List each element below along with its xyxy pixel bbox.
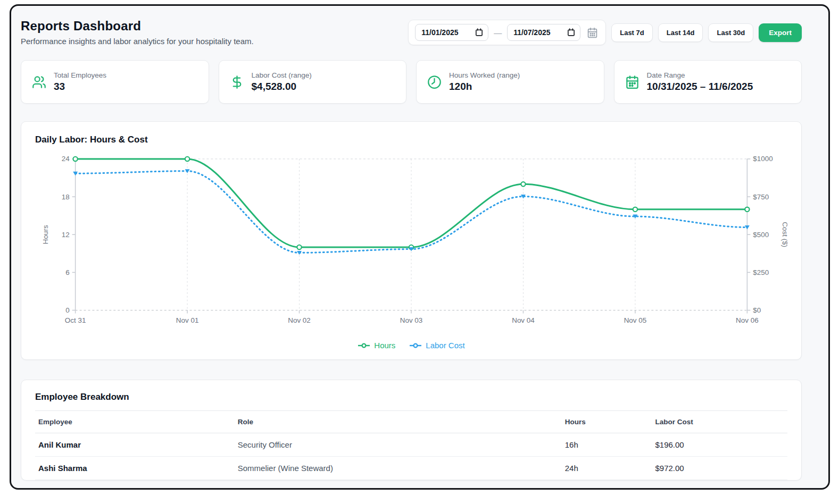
date-picker-icon[interactable] bbox=[567, 28, 576, 37]
page-title: Reports Dashboard bbox=[21, 19, 254, 33]
export-button[interactable]: Export bbox=[759, 23, 802, 42]
start-date-field bbox=[415, 24, 488, 41]
stat-card-total-employees: Total Employees 33 bbox=[21, 60, 209, 104]
chart-legend: HoursLabor Cost bbox=[35, 341, 787, 352]
svg-text:Cost ($): Cost ($) bbox=[781, 222, 787, 247]
svg-text:18: 18 bbox=[62, 193, 70, 201]
calendar-days-icon bbox=[587, 27, 598, 38]
hours-cell: 16h bbox=[562, 433, 652, 457]
employee-cell: Anil Kumar bbox=[35, 433, 235, 457]
last-14d-button[interactable]: Last 14d bbox=[658, 23, 703, 42]
page-subtitle: Performance insights and labor analytics… bbox=[21, 37, 254, 46]
gridlines bbox=[76, 159, 747, 310]
last-30d-button[interactable]: Last 30d bbox=[708, 23, 753, 42]
employee-breakdown-card: Employee Breakdown Employee Role Hours L… bbox=[21, 380, 802, 481]
stats-row: Total Employees 33 Labor Cost (range) $4… bbox=[21, 60, 802, 104]
line-chart: 06121824Hours$0$250$500$750$1000Cost ($)… bbox=[35, 152, 787, 340]
stat-card-date-range: Date Range 10/31/2025 – 11/6/2025 bbox=[614, 60, 802, 104]
chart-title: Daily Labor: Hours & Cost bbox=[35, 135, 787, 145]
stat-value: 33 bbox=[54, 81, 106, 93]
app-window: Reports Dashboard Performance insights a… bbox=[10, 4, 830, 490]
calendar-button[interactable] bbox=[586, 26, 599, 39]
svg-text:Nov 06: Nov 06 bbox=[736, 316, 759, 324]
stat-label: Labor Cost (range) bbox=[252, 71, 312, 79]
svg-text:$1000: $1000 bbox=[753, 155, 772, 163]
column-header-employee: Employee bbox=[35, 411, 235, 433]
svg-text:Nov 02: Nov 02 bbox=[288, 316, 311, 324]
svg-text:Hours: Hours bbox=[41, 225, 49, 244]
role-cell: Sommelier (Wine Steward) bbox=[235, 457, 562, 480]
role-cell: Security Officer bbox=[235, 433, 562, 457]
stat-card-hours-worked: Hours Worked (range) 120h bbox=[416, 60, 604, 104]
svg-text:Nov 04: Nov 04 bbox=[512, 316, 535, 324]
legend-marker-icon bbox=[358, 342, 370, 349]
svg-text:$500: $500 bbox=[753, 231, 769, 239]
legend-label: Labor Cost bbox=[426, 341, 464, 350]
svg-text:Oct 31: Oct 31 bbox=[65, 316, 86, 324]
stat-label: Hours Worked (range) bbox=[449, 71, 520, 79]
table-header-row: Employee Role Hours Labor Cost bbox=[35, 411, 787, 433]
stat-value: $4,528.00 bbox=[252, 81, 312, 93]
table-title: Employee Breakdown bbox=[35, 392, 787, 402]
labor-cost-cell: $972.00 bbox=[652, 457, 787, 480]
date-range-picker: — bbox=[408, 20, 606, 45]
svg-text:$750: $750 bbox=[753, 193, 769, 201]
stat-card-labor-cost: Labor Cost (range) $4,528.00 bbox=[219, 60, 407, 104]
column-header-hours: Hours bbox=[562, 411, 652, 433]
legend-label: Hours bbox=[374, 341, 395, 350]
dollar-icon bbox=[230, 75, 244, 89]
title-block: Reports Dashboard Performance insights a… bbox=[21, 19, 254, 46]
page-header: Reports Dashboard Performance insights a… bbox=[21, 19, 802, 46]
y-axis-left: 06121824Hours bbox=[41, 155, 76, 314]
table-row: Anil KumarSecurity Officer16h$196.00 bbox=[35, 433, 787, 457]
stat-value: 120h bbox=[449, 81, 520, 93]
clock-icon bbox=[427, 75, 442, 89]
legend-hours[interactable]: Hours bbox=[358, 341, 395, 350]
x-axis: Oct 31Nov 01Nov 02Nov 03Nov 04Nov 05Nov … bbox=[65, 310, 759, 325]
last-7d-button[interactable]: Last 7d bbox=[611, 23, 653, 42]
header-controls: — Last 7d Last 14d Last 30d Export bbox=[408, 20, 802, 45]
svg-text:$250: $250 bbox=[753, 268, 769, 276]
svg-text:Nov 01: Nov 01 bbox=[176, 316, 199, 324]
users-icon bbox=[32, 75, 46, 89]
svg-text:24: 24 bbox=[62, 155, 70, 163]
y-axis-right: $0$250$500$750$1000Cost ($) bbox=[747, 155, 787, 314]
daily-labor-chart-card: Daily Labor: Hours & Cost 06121824Hours$… bbox=[21, 121, 802, 360]
legend-marker-icon bbox=[409, 342, 422, 349]
svg-text:$0: $0 bbox=[753, 306, 761, 314]
stat-label: Total Employees bbox=[54, 71, 106, 79]
date-picker-icon[interactable] bbox=[475, 28, 484, 37]
daily-labor-chart-svg: 06121824Hours$0$250$500$750$1000Cost ($)… bbox=[35, 152, 787, 338]
svg-text:Nov 03: Nov 03 bbox=[400, 316, 423, 324]
calendar-icon bbox=[625, 75, 639, 89]
stat-value: 10/31/2025 – 11/6/2025 bbox=[647, 81, 753, 93]
legend-labor-cost[interactable]: Labor Cost bbox=[409, 341, 464, 350]
column-header-labor-cost: Labor Cost bbox=[652, 411, 787, 433]
stat-label: Date Range bbox=[647, 71, 753, 79]
date-range-separator: — bbox=[494, 28, 502, 37]
table-row: Ashi SharmaSommelier (Wine Steward)24h$9… bbox=[35, 457, 787, 480]
svg-text:Nov 05: Nov 05 bbox=[624, 316, 647, 324]
hours-cell: 24h bbox=[562, 457, 652, 480]
employee-cell: Ashi Sharma bbox=[35, 457, 235, 480]
column-header-role: Role bbox=[235, 411, 562, 433]
end-date-field bbox=[507, 24, 580, 41]
svg-text:6: 6 bbox=[65, 268, 69, 276]
svg-text:0: 0 bbox=[65, 306, 69, 314]
employee-table: Employee Role Hours Labor Cost Anil Kuma… bbox=[35, 410, 787, 480]
svg-text:12: 12 bbox=[62, 231, 70, 239]
labor-cost-cell: $196.00 bbox=[652, 433, 787, 457]
reports-page: Reports Dashboard Performance insights a… bbox=[11, 6, 828, 488]
